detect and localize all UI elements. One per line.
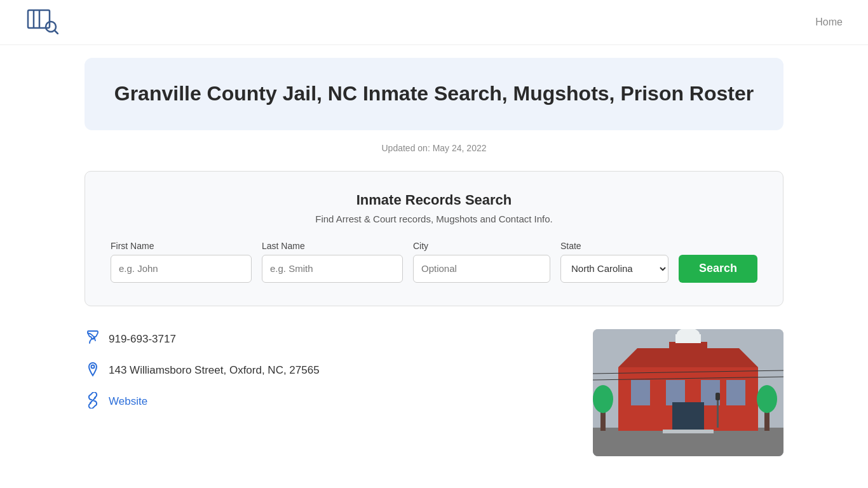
- phone-icon: [85, 329, 101, 349]
- updated-text: Updated on: May 24, 2022: [0, 143, 868, 153]
- last-name-label: Last Name: [262, 241, 403, 251]
- state-group: State AlabamaAlaskaArizonaArkansasCalifo…: [560, 241, 668, 283]
- first-name-input[interactable]: [111, 255, 252, 283]
- svg-line-6: [90, 398, 95, 403]
- last-name-group: Last Name: [262, 241, 403, 283]
- phone-number: 919-693-3717: [109, 333, 176, 346]
- address-text: 143 Williamsboro Street, Oxford, NC, 275…: [109, 364, 320, 377]
- info-section: 919-693-3717 143 Williamsboro Street, Ox…: [85, 329, 783, 482]
- state-label: State: [560, 241, 668, 251]
- search-fields: First Name Last Name City State AlabamaA…: [111, 241, 757, 283]
- logo[interactable]: [25, 8, 58, 37]
- search-card: Inmate Records Search Find Arrest & Cour…: [85, 171, 783, 306]
- svg-point-5: [92, 365, 95, 368]
- building-image: [593, 329, 783, 456]
- hero-title: Granville County Jail, NC Inmate Search,…: [110, 81, 758, 107]
- svg-rect-11: [669, 342, 707, 351]
- city-label: City: [413, 241, 550, 251]
- phone-row: 919-693-3717: [85, 329, 567, 349]
- first-name-group: First Name: [111, 241, 252, 283]
- svg-point-23: [757, 385, 777, 413]
- svg-rect-17: [726, 380, 745, 405]
- svg-rect-18: [672, 402, 704, 431]
- svg-point-21: [593, 385, 613, 413]
- svg-rect-19: [663, 430, 714, 433]
- search-card-subtitle: Find Arrest & Court records, Mugshots an…: [111, 214, 757, 224]
- website-row: Website: [85, 392, 567, 412]
- home-link[interactable]: Home: [815, 17, 843, 28]
- navbar: Home: [0, 0, 868, 45]
- link-icon: [85, 392, 101, 412]
- address-row: 143 Williamsboro Street, Oxford, NC, 275…: [85, 361, 567, 381]
- info-details: 919-693-3717 143 Williamsboro Street, Ox…: [85, 329, 567, 412]
- state-select[interactable]: AlabamaAlaskaArizonaArkansasCaliforniaCo…: [560, 255, 668, 283]
- svg-line-4: [55, 30, 58, 34]
- svg-rect-15: [666, 380, 685, 405]
- hero-section: Granville County Jail, NC Inmate Search,…: [0, 58, 868, 130]
- search-card-title: Inmate Records Search: [111, 192, 757, 208]
- hero-banner: Granville County Jail, NC Inmate Search,…: [85, 58, 783, 130]
- svg-rect-25: [715, 393, 720, 400]
- search-button[interactable]: Search: [679, 255, 757, 283]
- last-name-input[interactable]: [262, 255, 403, 283]
- city-input[interactable]: [413, 255, 550, 283]
- svg-rect-14: [631, 380, 650, 405]
- city-group: City: [413, 241, 550, 283]
- first-name-label: First Name: [111, 241, 252, 251]
- website-link[interactable]: Website: [109, 395, 147, 408]
- location-icon: [85, 361, 101, 381]
